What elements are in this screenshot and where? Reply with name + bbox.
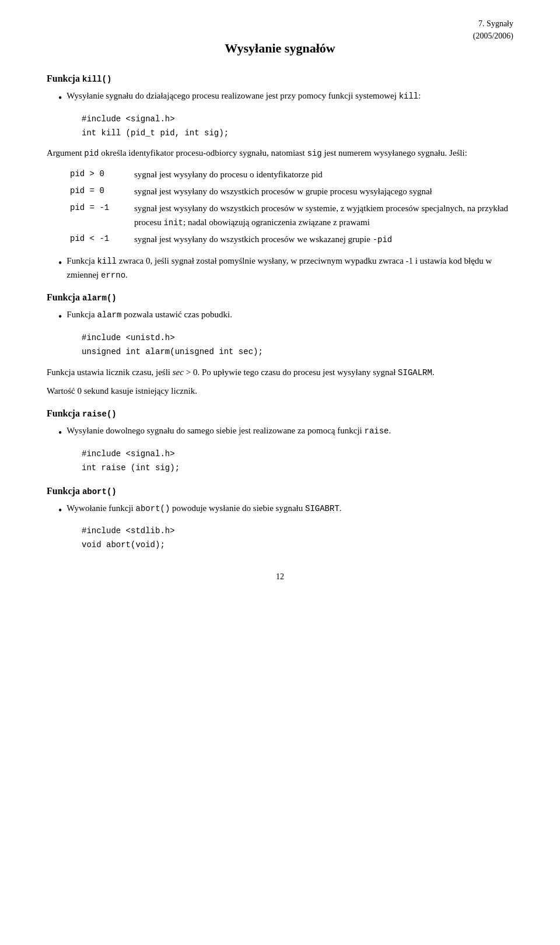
abort-code-block: #include <stdlib.h> void abort(void); bbox=[82, 524, 513, 552]
table-row: pid = 0 sygnał jest wysyłany do wszystki… bbox=[70, 184, 513, 198]
bullet-icon: • bbox=[58, 90, 62, 107]
alarm-section: Funkcja alarm() • Funkcja alarm pozwala … bbox=[47, 292, 513, 398]
abort-heading: Funkcja abort() bbox=[47, 486, 513, 496]
abort-bullet: • Wywołanie funkcji abort() powoduje wys… bbox=[58, 501, 513, 519]
raise-section: Funkcja raise() • Wysyłanie dowolnego sy… bbox=[47, 408, 513, 475]
kill-bullet-2: • Funkcja kill zwraca 0, jeśli sygnał zo… bbox=[58, 254, 513, 282]
kill-bullet-1: • Wysyłanie sygnału do działającego proc… bbox=[58, 89, 513, 107]
kill-table: pid > 0 sygnał jest wysyłany do procesu … bbox=[70, 167, 513, 247]
header: 7. Sygnały (2005/2006) bbox=[473, 18, 513, 42]
raise-code-block: #include <signal.h> int raise (int sig); bbox=[82, 447, 513, 475]
page-title: Wysyłanie sygnałów bbox=[47, 41, 513, 56]
bullet-icon-abort: • bbox=[58, 502, 62, 519]
page-number: 12 bbox=[276, 572, 284, 582]
alarm-para1: Funkcja ustawia licznik czasu, jeśli sec… bbox=[47, 365, 513, 379]
kill-section: Funkcja kill() • Wysyłanie sygnału do dz… bbox=[47, 74, 513, 282]
table-val-3: sygnał jest wysyłany do wszystkich proce… bbox=[123, 232, 513, 246]
table-row: pid > 0 sygnał jest wysyłany do procesu … bbox=[70, 167, 513, 181]
table-key-0: pid > 0 bbox=[70, 167, 123, 181]
alarm-para2: Wartość 0 sekund kasuje istniejący liczn… bbox=[47, 384, 513, 398]
header-line1: 7. Sygnały bbox=[473, 18, 513, 30]
alarm-bullet: • Funkcja alarm pozwala ustawić czas pob… bbox=[58, 307, 513, 326]
table-val-1: sygnał jest wysyłany do wszystkich proce… bbox=[123, 184, 513, 198]
bullet-icon-2: • bbox=[58, 255, 62, 272]
table-row: pid < -1 sygnał jest wysyłany do wszystk… bbox=[70, 232, 513, 246]
kill-para-after: Argument pid określa identyfikator proce… bbox=[47, 146, 513, 160]
kill-code-block: #include <signal.h> int kill (pid_t pid,… bbox=[82, 113, 513, 141]
bullet-icon-raise: • bbox=[58, 425, 62, 442]
bullet-icon-alarm: • bbox=[58, 309, 62, 326]
alarm-heading: Funkcja alarm() bbox=[47, 292, 513, 303]
abort-section: Funkcja abort() • Wywołanie funkcji abor… bbox=[47, 486, 513, 552]
table-row: pid = -1 sygnał jest wysyłany do wszystk… bbox=[70, 201, 513, 229]
table-key-2: pid = -1 bbox=[70, 201, 123, 214]
table-key-3: pid < -1 bbox=[70, 232, 123, 246]
table-val-0: sygnał jest wysyłany do procesu o identy… bbox=[123, 167, 513, 181]
raise-heading: Funkcja raise() bbox=[47, 408, 513, 419]
header-line2: (2005/2006) bbox=[473, 30, 513, 42]
raise-bullet: • Wysyłanie dowolnego sygnału do samego … bbox=[58, 424, 513, 442]
table-key-1: pid = 0 bbox=[70, 184, 123, 198]
alarm-code-block: #include <unistd.h> unsigned int alarm(u… bbox=[82, 331, 513, 359]
page: 7. Sygnały (2005/2006) Wysyłanie sygnałó… bbox=[0, 0, 560, 605]
kill-heading: Funkcja kill() bbox=[47, 74, 513, 84]
table-val-2: sygnał jest wysyłany do wszystkich proce… bbox=[123, 201, 513, 229]
